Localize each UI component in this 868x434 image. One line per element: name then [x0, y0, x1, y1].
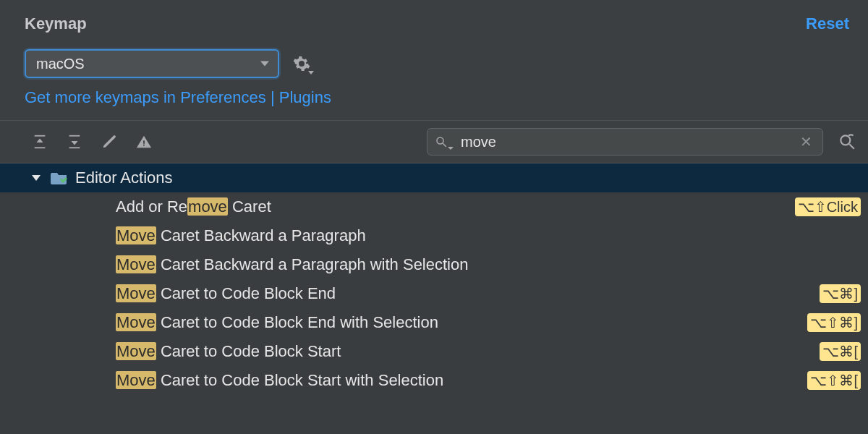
- action-row[interactable]: Add or Remove Caret⌥⇧Click: [0, 192, 868, 221]
- action-label: Move Caret Backward a Paragraph with Sel…: [116, 255, 861, 274]
- expand-all-button[interactable]: [32, 134, 48, 150]
- svg-point-2: [841, 135, 850, 145]
- clear-search-button[interactable]: ✕: [797, 133, 815, 150]
- action-label: Move Caret to Code Block Start with Sele…: [116, 371, 801, 390]
- action-row[interactable]: Move Caret Backward a Paragraph with Sel…: [0, 250, 868, 279]
- edit-shortcut-button[interactable]: [101, 134, 117, 150]
- folder-icon: [51, 170, 68, 186]
- search-icon: [435, 135, 448, 148]
- collapse-all-button[interactable]: [67, 134, 82, 150]
- action-row[interactable]: Move Caret to Code Block End with Select…: [0, 308, 868, 337]
- action-row[interactable]: Move Caret Backward a Paragraph: [0, 221, 868, 250]
- search-input[interactable]: [455, 133, 790, 151]
- shortcut-badge: ⌥⇧Click: [795, 197, 861, 216]
- actions-tree[interactable]: Editor Actions Add or Remove Caret⌥⇧Clic…: [0, 163, 868, 434]
- keymap-dropdown[interactable]: macOS: [25, 49, 279, 78]
- svg-line-1: [443, 143, 446, 147]
- find-action-by-shortcut-button[interactable]: [836, 131, 858, 153]
- search-highlight: Move: [116, 342, 156, 360]
- get-more-keymaps-link[interactable]: Get more keymaps in Preferences | Plugin…: [0, 82, 868, 120]
- pencil-icon: [101, 134, 117, 150]
- action-label: Move Caret to Code Block Start: [116, 342, 814, 361]
- search-highlight: Move: [116, 226, 156, 244]
- collapse-all-icon: [67, 134, 82, 150]
- search-highlight: move: [187, 197, 228, 216]
- keymap-preferences-panel: Keymap Reset macOS Get more keymaps in P…: [0, 0, 868, 434]
- keymap-dropdown-value: macOS: [36, 56, 85, 72]
- show-conflicts-button[interactable]: [136, 134, 152, 150]
- toolbar: ✕: [0, 121, 868, 163]
- tree-group-editor-actions[interactable]: Editor Actions: [0, 163, 868, 192]
- expand-all-icon: [32, 134, 48, 150]
- tree-group-label: Editor Actions: [75, 169, 173, 187]
- action-label: Move Caret Backward a Paragraph: [116, 226, 861, 245]
- reset-button[interactable]: Reset: [806, 14, 849, 33]
- find-shortcut-icon: [838, 132, 856, 151]
- shortcut-badge: ⌥⌘[: [820, 342, 861, 361]
- keymap-selector-row: macOS: [0, 41, 868, 82]
- action-row[interactable]: Move Caret to Code Block End⌥⌘]: [0, 279, 868, 308]
- search-highlight: Move: [116, 371, 156, 389]
- warning-icon: [136, 134, 152, 150]
- action-row[interactable]: Move Caret to Code Block Start⌥⌘[: [0, 337, 868, 366]
- chevron-down-icon: [260, 61, 269, 67]
- shortcut-badge: ⌥⇧⌘[: [807, 371, 861, 390]
- actions-list: Add or Remove Caret⌥⇧ClickMove Caret Bac…: [0, 192, 868, 395]
- action-row[interactable]: Move Caret to Code Block Start with Sele…: [0, 366, 868, 395]
- header: Keymap Reset: [0, 0, 868, 41]
- search-highlight: Move: [116, 284, 156, 302]
- search-highlight: Move: [116, 313, 156, 331]
- search-highlight: Move: [116, 255, 156, 273]
- shortcut-badge: ⌥⌘]: [820, 284, 861, 303]
- svg-line-3: [849, 144, 854, 149]
- gear-icon: [293, 55, 310, 72]
- chevron-down-icon: [448, 147, 454, 150]
- search-box[interactable]: ✕: [427, 128, 823, 156]
- shortcut-badge: ⌥⇧⌘]: [807, 313, 861, 332]
- toolbar-icons: [32, 134, 152, 150]
- svg-point-0: [437, 137, 443, 144]
- action-label: Move Caret to Code Block End: [116, 284, 814, 303]
- chevron-down-icon: [308, 71, 314, 75]
- action-label: Add or Remove Caret: [116, 197, 789, 216]
- chevron-down-icon: [32, 175, 41, 181]
- action-label: Move Caret to Code Block End with Select…: [116, 313, 801, 332]
- page-title: Keymap: [25, 14, 87, 33]
- keymap-settings-gear-button[interactable]: [292, 54, 311, 73]
